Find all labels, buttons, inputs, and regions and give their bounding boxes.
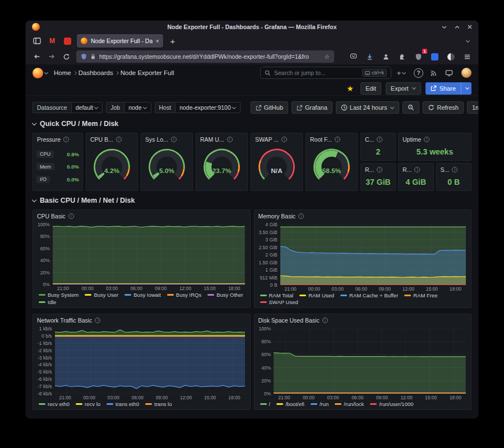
panel-header[interactable]: R...i bbox=[399, 164, 433, 175]
section-basic-cpu-mem-net-disk[interactable]: Basic CPU / Mem / Net / Disk bbox=[26, 191, 478, 208]
panel-header[interactable]: CPU Basici bbox=[33, 210, 250, 222]
darkreader-extension-button[interactable] bbox=[444, 50, 457, 63]
legend-item[interactable]: Idle bbox=[39, 299, 56, 305]
share-dropdown[interactable] bbox=[461, 82, 471, 95]
legend-item[interactable]: RAM Used bbox=[299, 292, 334, 298]
plot-area[interactable] bbox=[55, 329, 245, 394]
github-link-button[interactable]: GitHub bbox=[251, 101, 288, 114]
info-icon[interactable]: i bbox=[298, 213, 304, 219]
tab-close-icon[interactable]: × bbox=[156, 38, 159, 44]
legend-item[interactable]: /boot/efi bbox=[276, 401, 304, 407]
info-icon[interactable]: i bbox=[452, 167, 457, 172]
cpu-basic-chart[interactable] bbox=[53, 225, 245, 284]
info-icon[interactable]: i bbox=[281, 137, 287, 142]
disk-basic-chart[interactable] bbox=[274, 329, 466, 394]
grafana-logo[interactable] bbox=[33, 68, 43, 78]
bitwarden-extension-button[interactable] bbox=[428, 50, 441, 63]
url-bar[interactable]: https://grafana.systemsobscure.net/d/rYd… bbox=[76, 50, 334, 63]
legend-item[interactable]: RAM Free bbox=[404, 292, 437, 298]
panel-header[interactable]: SWAP ...i bbox=[251, 133, 302, 145]
variable-datasource[interactable]: Datasource default bbox=[33, 102, 103, 113]
panel-header[interactable]: Memory Basici bbox=[255, 210, 471, 222]
info-icon[interactable]: i bbox=[227, 137, 233, 142]
time-range-picker[interactable]: Last 24 hours bbox=[336, 101, 400, 114]
panel-header[interactable]: Uptimei bbox=[399, 133, 471, 145]
extensions-button[interactable] bbox=[395, 50, 409, 63]
all-tabs-button[interactable] bbox=[461, 35, 473, 46]
edit-button[interactable]: Edit bbox=[360, 82, 381, 95]
share-button[interactable]: Share bbox=[426, 82, 471, 95]
legend-item[interactable]: recv lo bbox=[76, 401, 100, 407]
variable-host[interactable]: Host node-exporter:9100 bbox=[155, 102, 241, 113]
menu-button[interactable] bbox=[460, 50, 474, 63]
legend-item[interactable]: trans lo bbox=[145, 401, 172, 407]
panel-header[interactable]: R...i bbox=[361, 164, 395, 175]
plot-area[interactable] bbox=[53, 225, 245, 284]
active-tab[interactable]: Node Exporter Full - Dashbo × bbox=[77, 34, 163, 48]
window-minimize-button[interactable] bbox=[441, 25, 447, 30]
refresh-button[interactable]: Refresh bbox=[423, 101, 464, 114]
info-icon[interactable]: i bbox=[335, 137, 340, 142]
refresh-interval-dropdown[interactable]: 1m bbox=[467, 101, 478, 114]
legend-item[interactable]: recv eth0 bbox=[39, 401, 70, 407]
legend-item[interactable]: /run bbox=[311, 401, 329, 407]
info-icon[interactable]: i bbox=[68, 213, 74, 219]
legend-item[interactable]: /run/user/1000 bbox=[370, 401, 413, 407]
panel-header[interactable]: Sys Lo...i bbox=[141, 133, 192, 145]
legend-item[interactable]: Busy Other bbox=[207, 292, 243, 298]
window-close-button[interactable] bbox=[467, 24, 473, 30]
monitor-button[interactable] bbox=[443, 67, 455, 79]
window-maximize-button[interactable] bbox=[454, 25, 460, 30]
downloads-button[interactable] bbox=[363, 50, 376, 63]
legend-item[interactable]: Busy System bbox=[39, 292, 78, 298]
pinned-tab-gmail[interactable]: M bbox=[47, 35, 58, 47]
legend-item[interactable]: Busy Iowait bbox=[124, 292, 161, 298]
firefox-view-button[interactable] bbox=[31, 35, 43, 46]
variable-value-dropdown[interactable]: node-exporter:9100 bbox=[175, 102, 241, 113]
panel-header[interactable]: Network Traffic Basici bbox=[33, 314, 250, 326]
help-button[interactable]: ? bbox=[414, 68, 423, 78]
plot-area[interactable] bbox=[274, 329, 466, 394]
reload-button[interactable] bbox=[59, 50, 73, 63]
legend-item[interactable]: RAM Cache + Buffer bbox=[340, 292, 398, 298]
tracking-shield-icon[interactable] bbox=[81, 53, 87, 60]
legend-item[interactable]: RAM Total bbox=[260, 292, 294, 298]
info-icon[interactable]: i bbox=[377, 137, 382, 142]
info-icon[interactable]: i bbox=[414, 167, 420, 172]
legend-item[interactable]: / bbox=[260, 401, 271, 407]
nav-expand-chevron[interactable] bbox=[44, 70, 48, 74]
breadcrumb-home[interactable]: Home bbox=[54, 69, 71, 76]
info-icon[interactable]: i bbox=[95, 318, 100, 323]
legend-item[interactable]: Busy IRQs bbox=[167, 292, 201, 298]
search-input[interactable]: Search or jump to... ctrl+k bbox=[260, 67, 391, 79]
legend-item[interactable]: SWAP Used bbox=[260, 299, 298, 305]
back-button[interactable] bbox=[30, 50, 44, 63]
legend-item[interactable]: /run/lock bbox=[335, 401, 364, 407]
export-button[interactable]: Export bbox=[386, 82, 421, 95]
info-icon[interactable]: i bbox=[424, 137, 429, 142]
legend-item[interactable]: trans eth0 bbox=[107, 401, 139, 407]
network-basic-chart[interactable] bbox=[55, 329, 245, 394]
variable-value-dropdown[interactable]: node bbox=[124, 102, 151, 113]
news-button[interactable] bbox=[428, 67, 439, 79]
pinned-tab-second[interactable] bbox=[62, 35, 73, 47]
variable-value-dropdown[interactable]: default bbox=[72, 102, 103, 113]
favorite-star-icon[interactable]: ★ bbox=[346, 85, 354, 92]
zoom-out-button[interactable] bbox=[403, 101, 419, 114]
new-tab-button[interactable]: + bbox=[167, 35, 178, 46]
pocket-button[interactable] bbox=[346, 50, 360, 63]
section-quick-cpu-mem-disk[interactable]: Quick CPU / Mem / Disk bbox=[26, 114, 478, 132]
panel-header[interactable]: Pressure i bbox=[33, 133, 82, 145]
add-menu-button[interactable]: + bbox=[396, 67, 407, 79]
info-icon[interactable]: i bbox=[63, 137, 69, 142]
panel-header[interactable]: Disk Space Used Basici bbox=[255, 314, 471, 326]
panel-header[interactable]: C...i bbox=[361, 133, 395, 145]
ublock-extension-button[interactable]: 1 bbox=[411, 50, 425, 63]
plot-area[interactable] bbox=[280, 225, 466, 285]
info-icon[interactable]: i bbox=[171, 137, 177, 142]
forward-button[interactable] bbox=[45, 50, 58, 63]
grafana-link-button[interactable]: Grafana bbox=[292, 101, 332, 114]
lock-icon[interactable] bbox=[90, 53, 96, 60]
legend-item[interactable]: Busy User bbox=[85, 292, 118, 298]
panel-header[interactable]: S...i bbox=[437, 164, 471, 175]
